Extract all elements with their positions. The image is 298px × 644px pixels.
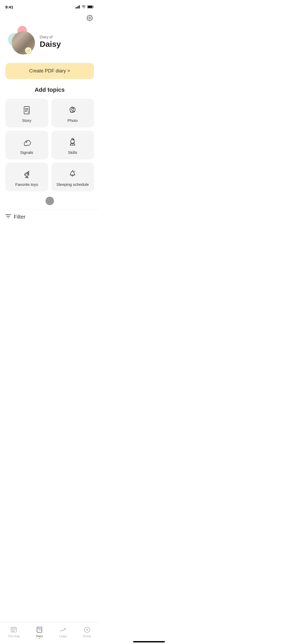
edit-avatar-button[interactable] [25, 47, 32, 54]
add-topics-title: Add topics [5, 86, 94, 93]
signals-label: Signals [20, 150, 33, 155]
svg-point-23 [27, 173, 28, 174]
status-time: 9:41 [5, 5, 13, 9]
svg-line-21 [27, 176, 28, 178]
svg-point-7 [89, 17, 91, 19]
photo-icon [67, 105, 78, 116]
svg-rect-6 [93, 6, 94, 7]
svg-rect-2 [78, 6, 79, 8]
gear-icon [87, 15, 93, 21]
svg-rect-3 [79, 5, 80, 8]
svg-rect-0 [75, 7, 76, 8]
topic-sleeping-schedule[interactable]: z z Sleeping schedule [51, 163, 94, 191]
skills-label: Skills [68, 150, 77, 155]
svg-point-15 [73, 139, 74, 140]
profile-section: Diary of Daisy [0, 23, 99, 63]
topic-photo[interactable]: Photo [51, 99, 94, 127]
svg-point-12 [71, 108, 74, 111]
settings-button[interactable] [85, 14, 94, 22]
favorite-toys-icon [21, 169, 32, 180]
page-indicator [0, 197, 99, 205]
svg-text:z: z [75, 170, 75, 172]
profile-info: Diary of Daisy [40, 35, 91, 49]
topics-grid: Story Photo Sig [5, 99, 94, 191]
favorite-toys-label: Favorite toys [15, 182, 38, 187]
topic-skills[interactable]: Skills [51, 131, 94, 159]
story-label: Story [22, 118, 31, 123]
add-topics-section: Add topics Story [0, 86, 99, 196]
filter-icon [5, 214, 11, 220]
topic-story[interactable]: Story [5, 99, 48, 127]
baby-name: Daisy [40, 40, 91, 49]
avatar-container [8, 26, 34, 58]
topic-signals[interactable]: Signals [5, 131, 48, 159]
topic-favorite-toys[interactable]: Favorite toys [5, 163, 48, 191]
status-bar: 9:41 [0, 0, 99, 12]
photo-label: Photo [67, 118, 78, 123]
svg-rect-1 [77, 7, 78, 9]
svg-point-13 [73, 108, 74, 109]
story-icon [21, 105, 32, 116]
header [0, 12, 99, 23]
skills-icon [67, 137, 78, 148]
filter-section: Filter [0, 209, 99, 223]
create-pdf-button[interactable]: Create PDF diary > [5, 63, 94, 79]
battery-icon [87, 5, 94, 8]
sleeping-schedule-icon: z z [67, 169, 78, 180]
diary-of-label: Diary of [40, 35, 91, 39]
signal-icon [75, 5, 80, 8]
svg-rect-5 [88, 6, 92, 8]
wifi-icon [82, 5, 86, 8]
signals-icon [21, 137, 32, 148]
active-dot [46, 197, 54, 205]
filter-label: Filter [14, 214, 25, 220]
status-icons [75, 5, 94, 8]
sleeping-schedule-label: Sleeping schedule [56, 182, 89, 187]
pencil-icon [26, 49, 30, 52]
